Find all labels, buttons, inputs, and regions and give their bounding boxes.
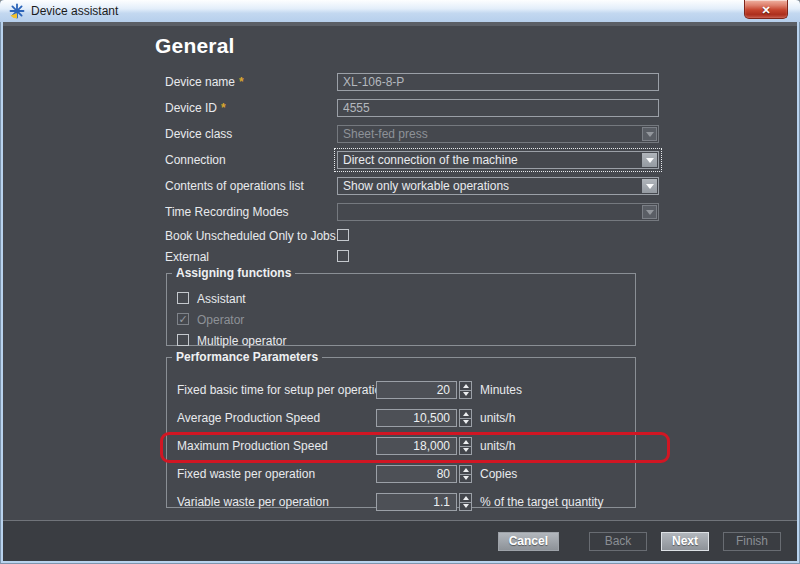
device-id-input[interactable] xyxy=(337,99,659,117)
chevron-down-icon xyxy=(463,392,469,396)
chevron-down-icon xyxy=(463,476,469,480)
connection-row: Connection Direct connection of the mach… xyxy=(3,151,797,169)
next-button[interactable]: Next xyxy=(661,532,709,551)
selected-value: Direct connection of the machine xyxy=(338,152,658,168)
unit-label: Copies xyxy=(480,465,517,483)
spinner-buttons xyxy=(459,437,472,455)
unit-label: units/h xyxy=(480,437,515,455)
chevron-up-icon xyxy=(463,412,469,416)
perf-label: Variable waste per operation xyxy=(177,493,329,511)
group-title: Assigning functions xyxy=(172,266,295,280)
variable-waste-input[interactable] xyxy=(376,493,457,511)
operator-checkbox xyxy=(177,313,189,325)
device-class-row: Device class Sheet-fed press xyxy=(3,125,797,143)
spinner-buttons xyxy=(459,409,472,427)
group-title: Performance Parameters xyxy=(172,350,322,364)
checkbox-label: Multiple operator xyxy=(197,334,286,348)
average-speed-row: Average Production Speed units/h xyxy=(167,409,635,427)
book-unscheduled-label: Book Unscheduled Only to Jobs xyxy=(165,227,336,245)
spinner-down-button[interactable] xyxy=(459,446,472,456)
book-unscheduled-checkbox[interactable] xyxy=(337,229,349,241)
time-recording-row: Time Recording Modes xyxy=(3,203,797,221)
prinect-star-icon xyxy=(9,3,25,19)
required-asterisk: * xyxy=(239,75,244,89)
wizard-button-bar: Cancel Back Next Finish xyxy=(3,520,797,561)
title-bar[interactable]: Device assistant xyxy=(0,0,800,22)
external-label: External xyxy=(165,248,209,266)
chevron-up-icon xyxy=(463,468,469,472)
dialog-content: General Device name* Device ID* Device c… xyxy=(3,26,797,561)
chevron-down-icon xyxy=(463,420,469,424)
chevron-down-icon[interactable] xyxy=(642,153,657,167)
spinner-down-button[interactable] xyxy=(459,474,472,484)
required-asterisk: * xyxy=(221,101,226,115)
assistant-checkbox[interactable] xyxy=(177,292,189,304)
setup-time-input[interactable] xyxy=(376,381,457,399)
chevron-up-icon xyxy=(463,440,469,444)
operations-list-row: Contents of operations list Show only wo… xyxy=(3,177,797,195)
device-class-select: Sheet-fed press xyxy=(337,125,659,143)
spinner-down-button[interactable] xyxy=(459,390,472,400)
book-unscheduled-row: Book Unscheduled Only to Jobs xyxy=(3,227,797,245)
field-label-text: Device ID xyxy=(165,101,217,115)
connection-select[interactable]: Direct connection of the machine xyxy=(337,151,659,169)
close-button[interactable] xyxy=(744,0,788,19)
external-row: External xyxy=(3,248,797,266)
time-recording-select xyxy=(337,203,659,221)
window-frame: General Device name* Device ID* Device c… xyxy=(3,22,797,561)
multiple-operator-checkbox[interactable] xyxy=(177,334,189,346)
field-label-text: Device class xyxy=(165,127,232,141)
chevron-down-icon xyxy=(463,504,469,508)
field-label-text: External xyxy=(165,250,209,264)
average-speed-input[interactable] xyxy=(376,409,457,427)
external-checkbox[interactable] xyxy=(337,250,349,262)
back-button: Back xyxy=(589,532,647,551)
variable-waste-row: Variable waste per operation % of the ta… xyxy=(167,493,635,511)
checkbox-label: Assistant xyxy=(197,292,246,306)
chevron-up-icon xyxy=(463,496,469,500)
perf-label: Fixed basic time for setup per operation xyxy=(177,381,388,399)
fixed-waste-row: Fixed waste per operation Copies xyxy=(167,465,635,483)
time-recording-label: Time Recording Modes xyxy=(165,203,289,221)
close-icon xyxy=(761,0,770,18)
setup-time-row: Fixed basic time for setup per operation… xyxy=(167,381,635,399)
connection-label: Connection xyxy=(165,151,226,169)
device-name-input[interactable] xyxy=(337,73,659,91)
field-label-text: Book Unscheduled Only to Jobs xyxy=(165,229,336,243)
perf-label: Maximum Production Speed xyxy=(177,437,328,455)
perf-label: Fixed waste per operation xyxy=(177,465,315,483)
chevron-down-icon[interactable] xyxy=(642,179,657,193)
finish-button: Finish xyxy=(723,532,781,551)
selected-value: Sheet-fed press xyxy=(338,126,658,142)
chevron-down-icon xyxy=(642,127,657,141)
maximum-speed-row: Maximum Production Speed units/h xyxy=(167,437,635,455)
field-label-text: Contents of operations list xyxy=(165,179,304,193)
perf-label: Average Production Speed xyxy=(177,409,320,427)
window-title: Device assistant xyxy=(31,4,118,18)
device-name-row: Device name* xyxy=(3,73,797,91)
maximum-speed-input[interactable] xyxy=(376,437,457,455)
device-id-row: Device ID* xyxy=(3,99,797,117)
device-assistant-window: Device assistant General Device name* De… xyxy=(0,0,800,564)
unit-label: % of the target quantity xyxy=(480,493,603,511)
operations-list-select[interactable]: Show only workable operations xyxy=(337,177,659,195)
spinner-down-button[interactable] xyxy=(459,418,472,428)
spinner-buttons xyxy=(459,381,472,399)
spinner-down-button[interactable] xyxy=(459,502,472,512)
selected-value: Show only workable operations xyxy=(338,178,658,194)
operations-list-label: Contents of operations list xyxy=(165,177,304,195)
device-name-label: Device name* xyxy=(165,73,244,91)
field-label-text: Time Recording Modes xyxy=(165,205,289,219)
field-label-text: Device name xyxy=(165,75,235,89)
checkbox-label: Operator xyxy=(197,313,244,327)
fixed-waste-input[interactable] xyxy=(376,465,457,483)
performance-parameters-group: Performance Parameters Fixed basic time … xyxy=(166,350,636,508)
unit-label: Minutes xyxy=(480,381,522,399)
chevron-up-icon xyxy=(463,384,469,388)
cancel-button[interactable]: Cancel xyxy=(498,532,559,551)
page-title: General xyxy=(155,34,235,58)
chevron-down-icon xyxy=(642,205,657,219)
unit-label: units/h xyxy=(480,409,515,427)
assigning-functions-group: Assigning functions Assistant Operator M… xyxy=(166,266,636,346)
spinner-buttons xyxy=(459,465,472,483)
